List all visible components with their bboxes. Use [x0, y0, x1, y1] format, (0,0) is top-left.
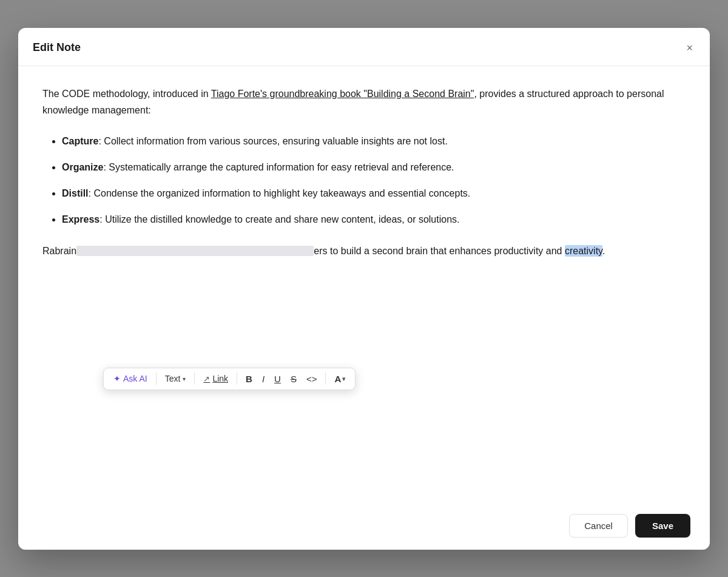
toolbar-divider-4: [325, 373, 326, 385]
toolbar-divider-1: [156, 373, 157, 385]
link-button[interactable]: ↗ Link: [200, 373, 232, 385]
bullet-term-capture: Capture: [62, 136, 98, 146]
modal-header: Edit Note ×: [18, 28, 710, 66]
intro-paragraph: The CODE methodology, introduced in Tiag…: [42, 86, 686, 118]
sparkle-icon: ✦: [113, 374, 121, 383]
highlighted-creativity: creativity: [565, 245, 602, 257]
floating-toolbar: ✦ Ask AI Text ▾ ↗ Link B I U S <: [103, 368, 356, 390]
list-item: Distill: Condense the organized informat…: [62, 185, 686, 201]
last-para-end: .: [602, 246, 605, 256]
bullet-text-distill: : Condense the organized information to …: [89, 188, 471, 198]
intro-text-before-link: The CODE methodology, introduced in: [42, 89, 211, 99]
obscured-text: integrates this methodology into its pla…: [76, 246, 314, 256]
bold-button[interactable]: B: [242, 373, 256, 385]
bullet-term-distill: Distill: [62, 188, 89, 198]
save-button[interactable]: Save: [635, 514, 690, 538]
modal-body: The CODE methodology, introduced in Tiag…: [18, 66, 710, 502]
list-item: Organize: Systematically arrange the cap…: [62, 159, 686, 175]
list-item: Capture: Collect information from variou…: [62, 133, 686, 149]
book-link[interactable]: Tiago Forte's groundbreaking book "Build…: [211, 89, 474, 99]
strikethrough-button[interactable]: S: [287, 373, 300, 385]
toolbar-divider-2: [194, 373, 195, 385]
text-style-label: Text: [165, 374, 181, 383]
edit-note-modal: Edit Note × The CODE methodology, introd…: [18, 28, 710, 550]
ask-ai-button[interactable]: ✦ Ask AI: [110, 373, 151, 385]
link-arrow-icon: ↗: [203, 374, 210, 383]
last-para-middle: ers to build a second brain that enhance…: [314, 246, 565, 256]
bullet-term-express: Express: [62, 214, 99, 224]
modal-footer: Cancel Save: [18, 502, 710, 550]
italic-button[interactable]: I: [258, 373, 268, 385]
toolbar-divider-3: [237, 373, 237, 385]
text-style-dropdown[interactable]: Text ▾: [161, 373, 190, 385]
color-chevron-icon: ▾: [342, 376, 345, 382]
color-label: A: [334, 374, 341, 384]
cancel-button[interactable]: Cancel: [569, 514, 628, 538]
link-label: Link: [212, 374, 228, 383]
last-para-prefix: Rabrain: [42, 246, 76, 256]
code-bullet-list: Capture: Collect information from variou…: [42, 133, 686, 228]
code-button[interactable]: <>: [303, 373, 321, 385]
list-item: Express: Utilize the distilled knowledge…: [62, 211, 686, 228]
ask-ai-label: Ask AI: [123, 374, 147, 383]
bullet-term-organize: Organize: [62, 162, 103, 172]
color-button[interactable]: A ▾: [331, 372, 349, 386]
bullet-text-capture: : Collect information from various sourc…: [98, 136, 447, 146]
modal-title: Edit Note: [33, 41, 81, 54]
chevron-down-icon: ▾: [183, 376, 186, 382]
underline-button[interactable]: U: [271, 373, 285, 385]
last-paragraph: Rabrain integrates this methodology into…: [42, 243, 686, 259]
close-button[interactable]: ×: [684, 40, 695, 56]
bullet-text-organize: : Systematically arrange the captured in…: [103, 162, 454, 172]
bullet-text-express: : Utilize the distilled knowledge to cre…: [99, 214, 459, 224]
modal-overlay: Edit Note × The CODE methodology, introd…: [0, 0, 728, 577]
